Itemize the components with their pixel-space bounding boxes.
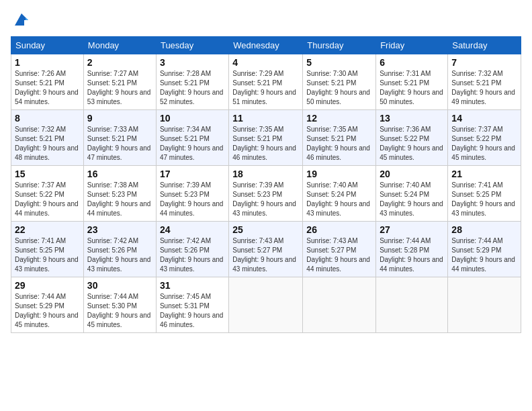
calendar-day-cell: 8 Sunrise: 7:32 AMSunset: 5:21 PMDayligh… — [11, 110, 84, 166]
day-number: 14 — [451, 113, 517, 124]
day-info: Sunrise: 7:32 AMSunset: 5:21 PMDaylight:… — [451, 70, 515, 105]
calendar-day-cell: 3 Sunrise: 7:28 AMSunset: 5:21 PMDayligh… — [156, 54, 228, 110]
calendar-day-cell: 1 Sunrise: 7:26 AMSunset: 5:21 PMDayligh… — [11, 54, 84, 110]
day-number: 21 — [451, 169, 517, 179]
logo — [11, 11, 31, 30]
day-info: Sunrise: 7:26 AMSunset: 5:21 PMDaylight:… — [15, 70, 79, 105]
day-number: 24 — [160, 224, 225, 235]
day-number: 31 — [160, 280, 225, 291]
empty-cell — [376, 277, 448, 333]
empty-cell — [229, 277, 303, 333]
calendar-week-row: 22 Sunrise: 7:41 AMSunset: 5:25 PMDaylig… — [11, 222, 521, 277]
day-header-saturday: Saturday — [448, 37, 521, 54]
calendar-day-cell: 26 Sunrise: 7:43 AMSunset: 5:27 PMDaylig… — [303, 222, 376, 277]
day-info: Sunrise: 7:39 AMSunset: 5:23 PMDaylight:… — [232, 181, 296, 217]
calendar-day-cell: 12 Sunrise: 7:35 AMSunset: 5:21 PMDaylig… — [303, 110, 376, 166]
day-info: Sunrise: 7:28 AMSunset: 5:21 PMDaylight:… — [160, 70, 224, 105]
day-info: Sunrise: 7:27 AMSunset: 5:21 PMDaylight:… — [87, 70, 151, 105]
day-number: 12 — [306, 113, 372, 124]
day-info: Sunrise: 7:42 AMSunset: 5:26 PMDaylight:… — [160, 237, 224, 273]
day-info: Sunrise: 7:34 AMSunset: 5:21 PMDaylight:… — [160, 126, 224, 161]
calendar-day-cell: 10 Sunrise: 7:34 AMSunset: 5:21 PMDaylig… — [156, 110, 228, 166]
day-info: Sunrise: 7:43 AMSunset: 5:27 PMDaylight:… — [232, 237, 296, 273]
day-number: 10 — [160, 113, 225, 124]
calendar-week-row: 15 Sunrise: 7:37 AMSunset: 5:22 PMDaylig… — [11, 166, 521, 222]
calendar-table: SundayMondayTuesdayWednesdayThursdayFrid… — [11, 36, 521, 333]
day-header-thursday: Thursday — [303, 37, 376, 54]
calendar-header-row: SundayMondayTuesdayWednesdayThursdayFrid… — [11, 37, 521, 54]
page-header — [11, 11, 521, 30]
calendar-day-cell: 31 Sunrise: 7:45 AMSunset: 5:31 PMDaylig… — [156, 277, 228, 333]
calendar-day-cell: 17 Sunrise: 7:39 AMSunset: 5:23 PMDaylig… — [156, 166, 228, 222]
day-header-monday: Monday — [83, 37, 156, 54]
day-number: 13 — [380, 113, 444, 124]
calendar-week-row: 29 Sunrise: 7:44 AMSunset: 5:29 PMDaylig… — [11, 277, 521, 333]
day-info: Sunrise: 7:30 AMSunset: 5:21 PMDaylight:… — [306, 70, 370, 105]
day-info: Sunrise: 7:36 AMSunset: 5:22 PMDaylight:… — [380, 126, 443, 161]
day-header-sunday: Sunday — [11, 37, 84, 54]
logo-text-block — [11, 11, 31, 30]
day-number: 20 — [380, 169, 444, 179]
day-info: Sunrise: 7:31 AMSunset: 5:21 PMDaylight:… — [380, 70, 443, 105]
calendar-day-cell: 9 Sunrise: 7:33 AMSunset: 5:21 PMDayligh… — [83, 110, 156, 166]
calendar-day-cell: 11 Sunrise: 7:35 AMSunset: 5:21 PMDaylig… — [229, 110, 303, 166]
calendar-day-cell: 27 Sunrise: 7:44 AMSunset: 5:28 PMDaylig… — [376, 222, 448, 277]
empty-cell — [448, 277, 521, 333]
day-number: 11 — [232, 113, 299, 124]
day-number: 17 — [160, 169, 225, 179]
calendar-day-cell: 20 Sunrise: 7:40 AMSunset: 5:24 PMDaylig… — [376, 166, 448, 222]
day-info: Sunrise: 7:44 AMSunset: 5:30 PMDaylight:… — [87, 293, 151, 328]
day-number: 9 — [87, 113, 152, 124]
day-info: Sunrise: 7:35 AMSunset: 5:21 PMDaylight:… — [306, 126, 370, 161]
day-header-wednesday: Wednesday — [229, 37, 303, 54]
calendar-day-cell: 2 Sunrise: 7:27 AMSunset: 5:21 PMDayligh… — [83, 54, 156, 110]
day-number: 26 — [306, 224, 372, 235]
logo-icon — [12, 11, 31, 30]
day-info: Sunrise: 7:40 AMSunset: 5:24 PMDaylight:… — [306, 181, 370, 217]
calendar-day-cell: 30 Sunrise: 7:44 AMSunset: 5:30 PMDaylig… — [83, 277, 156, 333]
day-number: 3 — [160, 57, 225, 68]
calendar-day-cell: 6 Sunrise: 7:31 AMSunset: 5:21 PMDayligh… — [376, 54, 448, 110]
page-container: SundayMondayTuesdayWednesdayThursdayFrid… — [0, 0, 532, 340]
day-number: 5 — [306, 57, 372, 68]
calendar-day-cell: 7 Sunrise: 7:32 AMSunset: 5:21 PMDayligh… — [448, 54, 521, 110]
day-info: Sunrise: 7:40 AMSunset: 5:24 PMDaylight:… — [380, 181, 443, 217]
calendar-day-cell: 28 Sunrise: 7:44 AMSunset: 5:29 PMDaylig… — [448, 222, 521, 277]
day-number: 1 — [15, 57, 80, 68]
calendar-day-cell: 5 Sunrise: 7:30 AMSunset: 5:21 PMDayligh… — [303, 54, 376, 110]
day-info: Sunrise: 7:38 AMSunset: 5:23 PMDaylight:… — [87, 181, 151, 217]
calendar-day-cell: 19 Sunrise: 7:40 AMSunset: 5:24 PMDaylig… — [303, 166, 376, 222]
calendar-day-cell: 15 Sunrise: 7:37 AMSunset: 5:22 PMDaylig… — [11, 166, 84, 222]
day-number: 18 — [232, 169, 299, 179]
calendar-week-row: 8 Sunrise: 7:32 AMSunset: 5:21 PMDayligh… — [11, 110, 521, 166]
day-info: Sunrise: 7:44 AMSunset: 5:28 PMDaylight:… — [380, 237, 443, 273]
calendar-week-row: 1 Sunrise: 7:26 AMSunset: 5:21 PMDayligh… — [11, 54, 521, 110]
day-info: Sunrise: 7:29 AMSunset: 5:21 PMDaylight:… — [232, 70, 296, 105]
day-info: Sunrise: 7:35 AMSunset: 5:21 PMDaylight:… — [232, 126, 296, 161]
day-number: 23 — [87, 224, 152, 235]
calendar-day-cell: 14 Sunrise: 7:37 AMSunset: 5:22 PMDaylig… — [448, 110, 521, 166]
day-info: Sunrise: 7:44 AMSunset: 5:29 PMDaylight:… — [15, 293, 79, 328]
day-info: Sunrise: 7:43 AMSunset: 5:27 PMDaylight:… — [306, 237, 370, 273]
day-info: Sunrise: 7:33 AMSunset: 5:21 PMDaylight:… — [87, 126, 151, 161]
calendar-day-cell: 16 Sunrise: 7:38 AMSunset: 5:23 PMDaylig… — [83, 166, 156, 222]
day-header-friday: Friday — [376, 37, 448, 54]
day-number: 22 — [15, 224, 80, 235]
day-number: 30 — [87, 280, 152, 291]
day-info: Sunrise: 7:41 AMSunset: 5:25 PMDaylight:… — [15, 237, 79, 273]
calendar-day-cell: 24 Sunrise: 7:42 AMSunset: 5:26 PMDaylig… — [156, 222, 228, 277]
day-number: 6 — [380, 57, 444, 68]
calendar-day-cell: 22 Sunrise: 7:41 AMSunset: 5:25 PMDaylig… — [11, 222, 84, 277]
day-number: 27 — [380, 224, 444, 235]
day-number: 16 — [87, 169, 152, 179]
day-number: 28 — [451, 224, 517, 235]
day-number: 19 — [306, 169, 372, 179]
day-info: Sunrise: 7:41 AMSunset: 5:25 PMDaylight:… — [451, 181, 515, 217]
day-info: Sunrise: 7:39 AMSunset: 5:23 PMDaylight:… — [160, 181, 224, 217]
day-info: Sunrise: 7:45 AMSunset: 5:31 PMDaylight:… — [160, 293, 224, 328]
empty-cell — [303, 277, 376, 333]
day-number: 25 — [232, 224, 299, 235]
day-info: Sunrise: 7:37 AMSunset: 5:22 PMDaylight:… — [15, 181, 79, 217]
day-header-tuesday: Tuesday — [156, 37, 228, 54]
calendar-day-cell: 18 Sunrise: 7:39 AMSunset: 5:23 PMDaylig… — [229, 166, 303, 222]
